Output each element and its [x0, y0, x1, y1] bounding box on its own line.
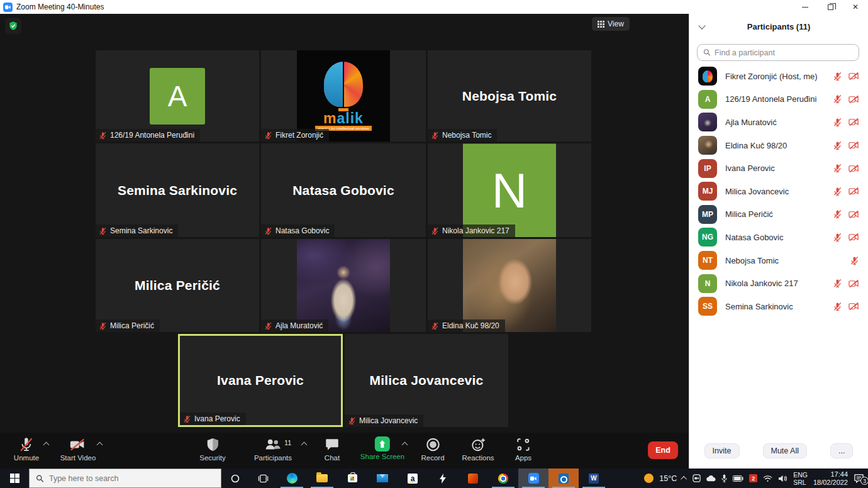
start-button[interactable] [0, 469, 29, 488]
participant-row[interactable]: NT Nebojsa Tomic [689, 249, 868, 272]
close-button[interactable]: ✕ [843, 0, 868, 14]
security-button[interactable]: Security [199, 436, 226, 462]
tile-name-label: Ivana Perovic [180, 413, 246, 425]
participant-row[interactable]: SS Semina Sarkinovic [689, 295, 868, 318]
video-off-icon [849, 118, 859, 126]
record-button[interactable]: Record [421, 436, 444, 462]
taskbar-app-store[interactable] [337, 469, 367, 488]
taskbar-app-word[interactable]: W [579, 469, 609, 488]
onedrive-cloud-icon[interactable] [706, 475, 716, 482]
video-tile[interactable]: N Nikola Jankovic 217 [428, 143, 591, 237]
participant-row[interactable]: N Nikola Jankovic 217 [689, 272, 868, 295]
video-tile[interactable]: Milica Jovancevic Milica Jovancevic [345, 334, 508, 427]
video-tile[interactable]: Milica Peričić Milica Peričić [96, 239, 259, 332]
notification-app-icon[interactable]: 2 [749, 474, 757, 482]
participant-row[interactable]: MP Milica Peričić [689, 203, 868, 226]
participant-row[interactable]: MJ Milica Jovancevic [689, 180, 868, 203]
record-icon [425, 436, 441, 453]
avatar: A [150, 68, 205, 125]
tile-name-label: Milica Jovancevic [345, 414, 423, 427]
participants-panel: Participants (11) Fikret Zoronjić (Host,… [689, 14, 868, 469]
video-tile[interactable]: malik agency for intellectual services F… [261, 50, 426, 141]
search-icon [36, 474, 44, 483]
windows-taskbar: a W 15°C 2 ENGSRL 17:4418/02/2022 3 [0, 469, 868, 488]
tile-name-label: Fikret Zoronjić [261, 129, 329, 141]
mic-muted-icon [18, 436, 35, 453]
video-tile[interactable]: A 126/19 Antonela Peruđini [96, 50, 259, 141]
invite-button[interactable]: Invite [704, 443, 740, 458]
minimize-button[interactable] [793, 0, 818, 14]
avatar: NG [698, 228, 717, 247]
taskbar-app-file-explorer[interactable] [307, 469, 337, 488]
avatar: A [698, 90, 717, 109]
participant-row[interactable]: A 126/19 Antonela Peruđini [689, 88, 868, 111]
wifi-icon[interactable] [763, 475, 772, 482]
action-center-button[interactable]: 3 [854, 474, 864, 483]
unmute-options-chevron[interactable] [43, 442, 50, 448]
meeting-info-shield-icon[interactable] [5, 18, 21, 34]
mail-icon [377, 474, 388, 482]
video-tile[interactable]: Nebojsa Tomic Nebojsa Tomic [428, 50, 591, 141]
tray-expand-chevron[interactable] [681, 476, 687, 482]
clock[interactable]: 17:4418/02/2022 [813, 470, 848, 487]
taskbar-app-amazon[interactable]: a [398, 469, 428, 488]
participant-row[interactable]: Ajla Muratović [689, 111, 868, 134]
view-button[interactable]: View [592, 17, 630, 31]
cortana-button[interactable] [221, 469, 249, 488]
language-indicator[interactable]: ENGSRL [793, 471, 808, 486]
start-video-button[interactable]: Start Video [60, 436, 96, 462]
taskbar-search-input[interactable] [49, 474, 214, 483]
participant-row[interactable]: Fikret Zoronjić (Host, me) [689, 65, 868, 88]
weather-icon[interactable] [644, 474, 654, 483]
video-tile[interactable]: Semina Sarkinovic Semina Sarkinovic [96, 143, 259, 237]
share-screen-button[interactable]: Share Screen [360, 436, 404, 460]
video-options-chevron[interactable] [97, 442, 103, 448]
end-meeting-button[interactable]: End [648, 441, 678, 459]
video-off-icon [849, 302, 859, 311]
taskbar-app-edge[interactable] [277, 469, 307, 488]
zoom-tray-icon[interactable] [693, 474, 701, 482]
taskbar-search[interactable] [29, 469, 221, 488]
temperature[interactable]: 15°C [659, 474, 677, 483]
taskbar-app-zoom[interactable] [518, 469, 548, 488]
window-title: Zoom Meeting 40-Minutes [16, 3, 104, 11]
unmute-button[interactable]: Unmute [14, 436, 39, 462]
apps-button[interactable]: Apps [515, 436, 531, 462]
more-options-button[interactable]: ... [830, 443, 853, 458]
participants-options-chevron[interactable] [301, 442, 308, 448]
maximize-button[interactable] [818, 0, 843, 14]
participant-row[interactable]: IP Ivana Perovic [689, 157, 868, 180]
meeting-area: View A 126/19 Antonela Peruđini malik ag… [0, 14, 689, 469]
taskbar-app-chrome[interactable] [488, 469, 518, 488]
brain-bulb-graphic [324, 62, 363, 107]
speaker-icon[interactable] [778, 475, 787, 482]
participant-row[interactable]: Eldina Kuč 98/20 [689, 134, 868, 157]
participant-search-input[interactable] [715, 48, 853, 57]
mute-all-button[interactable]: Mute All [763, 443, 807, 458]
notification-count-badge: 3 [860, 477, 868, 485]
avatar [698, 67, 717, 86]
participant-row[interactable]: NG Natasa Gobovic [689, 226, 868, 249]
zoom-icon [528, 473, 539, 484]
video-tile[interactable]: Natasa Gobovic Natasa Gobovic [261, 143, 426, 237]
taskbar-app-mail[interactable] [367, 469, 398, 488]
malik-logo: malik agency for intellectual services [297, 50, 390, 141]
video-tile-active-speaker[interactable]: Ivana Perovic Ivana Perovic [178, 334, 343, 427]
system-tray: 15°C 2 ENGSRL 17:4418/02/2022 3 [644, 469, 868, 488]
video-tile[interactable]: Ajla Muratović [261, 239, 426, 332]
taskbar-app-outlook[interactable] [548, 469, 579, 488]
chat-button[interactable]: Chat [324, 436, 340, 462]
amazon-icon: a [408, 474, 418, 484]
participant-video-photo [297, 239, 390, 332]
reactions-button[interactable]: Reactions [462, 436, 494, 462]
task-view-button[interactable] [249, 469, 277, 488]
avatar [698, 113, 717, 131]
participant-video-photo [463, 239, 556, 332]
taskbar-app-lightning[interactable] [428, 469, 458, 488]
participant-search[interactable] [697, 44, 859, 61]
file-explorer-icon [316, 474, 328, 482]
video-tile[interactable]: Eldina Kuč 98/20 [428, 239, 591, 332]
microphone-tray-icon[interactable] [721, 474, 727, 483]
taskbar-app-office[interactable] [458, 469, 488, 488]
battery-icon[interactable] [733, 475, 743, 482]
